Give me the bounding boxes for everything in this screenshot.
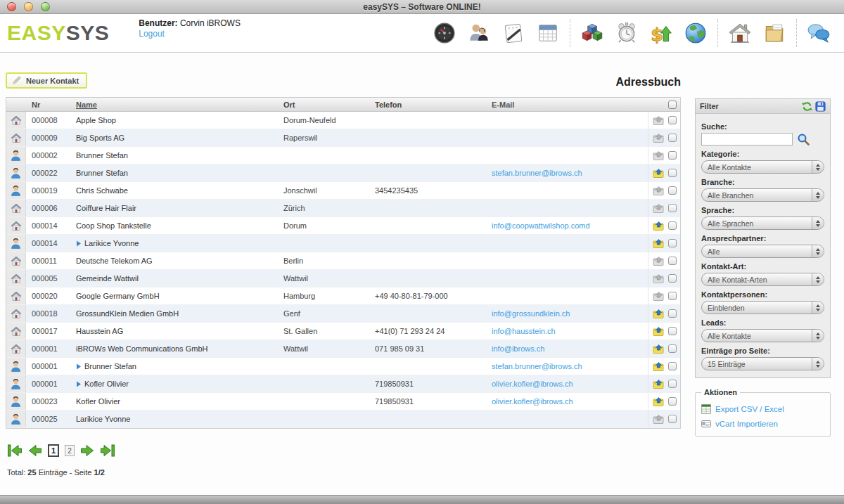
send-mail-icon[interactable] xyxy=(653,292,665,301)
send-mail-icon[interactable] xyxy=(653,221,665,231)
send-mail-icon[interactable] xyxy=(653,380,665,389)
contact-email-link[interactable]: info@coopwattwilshop.comd xyxy=(492,221,648,230)
search-input[interactable] xyxy=(701,133,793,146)
calendar-icon[interactable] xyxy=(535,20,561,46)
contact-email-link[interactable]: stefan.brunner@ibrows.ch xyxy=(492,362,648,370)
export-csv-excel-link[interactable]: Export CSV / Excel xyxy=(715,405,784,413)
row-checkbox[interactable] xyxy=(668,186,677,195)
row-checkbox[interactable] xyxy=(668,239,677,247)
filter-select[interactable]: Alle Kontakte xyxy=(701,160,824,174)
send-mail-icon[interactable] xyxy=(653,397,665,406)
filter-select[interactable]: 15 Einträge xyxy=(701,357,824,370)
contact-email-link[interactable]: info@ibrows.ch xyxy=(492,344,648,353)
page-button-2[interactable]: 2 xyxy=(65,445,75,456)
column-header-ort[interactable]: Ort xyxy=(283,101,375,109)
table-row[interactable]: 000014 Coop Shop Tankstelle Dorum info@c… xyxy=(6,217,680,235)
send-mail-icon[interactable] xyxy=(653,204,665,213)
row-checkbox[interactable] xyxy=(668,221,677,230)
row-checkbox[interactable] xyxy=(668,292,677,300)
row-checkbox[interactable] xyxy=(668,204,677,212)
column-header-name[interactable]: Name xyxy=(72,101,283,109)
row-checkbox[interactable] xyxy=(668,257,677,265)
row-checkbox[interactable] xyxy=(668,362,677,370)
refresh-icon[interactable] xyxy=(802,101,812,112)
send-mail-icon[interactable] xyxy=(653,151,665,160)
contact-email-link[interactable]: info@hausstein.ch xyxy=(492,327,648,335)
contacts-icon[interactable] xyxy=(466,20,492,46)
table-row[interactable]: 000002 Brunner Stefan xyxy=(6,147,680,164)
send-mail-icon[interactable] xyxy=(653,274,665,283)
search-icon[interactable] xyxy=(797,133,810,146)
table-row[interactable]: 000008 Apple Shop Dorum-Neufeld xyxy=(6,112,680,129)
logout-link[interactable]: Logout xyxy=(139,29,165,39)
first-page-button[interactable] xyxy=(7,444,23,457)
row-checkbox[interactable] xyxy=(668,344,677,353)
row-checkbox[interactable] xyxy=(668,134,677,142)
send-mail-icon[interactable] xyxy=(653,116,665,125)
row-checkbox[interactable] xyxy=(668,309,677,318)
table-row[interactable]: 000001 Brunner Stefan stefan.brunner@ibr… xyxy=(6,358,680,375)
table-row[interactable]: 000005 Gemeinde Wattwil Wattwil xyxy=(6,270,680,287)
table-row[interactable]: 000001 Kofler Olivier 719850931 olivier.… xyxy=(6,375,680,393)
table-row[interactable]: 000011 Deutsche Telekom AG Berlin xyxy=(6,252,680,270)
send-mail-icon[interactable] xyxy=(653,257,665,266)
table-row[interactable]: 000025 Larikice Yvonne xyxy=(6,411,680,428)
column-header-nr[interactable]: Nr xyxy=(26,101,72,109)
send-mail-icon[interactable] xyxy=(653,415,665,424)
send-mail-icon[interactable] xyxy=(653,327,665,336)
finance-dollar-icon[interactable]: $ xyxy=(648,20,674,46)
new-contact-button[interactable]: Neuer Kontakt xyxy=(6,72,87,89)
table-row[interactable]: 000006 Coiffure Hair Flair Zürich xyxy=(6,200,680,217)
table-row[interactable]: 000001 iBROWs Web Communications GmbH Wa… xyxy=(6,340,680,358)
alarm-clock-icon[interactable] xyxy=(614,20,639,46)
home-icon[interactable] xyxy=(727,20,753,46)
table-row[interactable]: 000022 Brunner Stefan stefan.brunner@ibr… xyxy=(6,164,680,182)
table-row[interactable]: 000020 Google Germany GmbH Hamburg +49 4… xyxy=(6,287,680,305)
table-row[interactable]: 000017 Hausstein AG St. Gallen +41(0) 71… xyxy=(6,323,680,340)
page-button-current[interactable]: 1 xyxy=(48,444,59,457)
last-page-button[interactable] xyxy=(100,444,115,457)
send-mail-icon[interactable] xyxy=(653,186,665,195)
row-checkbox[interactable] xyxy=(668,397,677,406)
send-mail-icon[interactable] xyxy=(653,362,665,371)
speedometer-icon[interactable] xyxy=(432,20,457,46)
row-checkbox[interactable] xyxy=(668,116,677,124)
row-checkbox[interactable] xyxy=(668,274,677,283)
globe-icon[interactable] xyxy=(683,20,708,46)
previous-page-button[interactable] xyxy=(28,444,42,457)
row-checkbox[interactable] xyxy=(668,151,677,160)
row-checkbox[interactable] xyxy=(668,415,677,423)
notes-icon[interactable] xyxy=(501,20,526,46)
filter-select[interactable]: Alle Kontakt-Arten xyxy=(701,273,824,286)
row-checkbox[interactable] xyxy=(668,380,677,388)
select-all-checkbox[interactable] xyxy=(668,101,677,109)
filter-select[interactable]: Alle xyxy=(701,245,824,258)
table-row[interactable]: 000014 Larikice Yvonne xyxy=(6,235,680,252)
contact-email-link[interactable]: olivier.kofler@ibrows.ch xyxy=(492,397,648,406)
send-mail-icon[interactable] xyxy=(653,239,665,248)
filter-select[interactable]: Alle Branchen xyxy=(701,188,824,202)
filter-select[interactable]: Alle Kontakte xyxy=(701,329,824,342)
filter-select[interactable]: Alle Sprachen xyxy=(701,217,824,230)
row-checkbox[interactable] xyxy=(668,327,677,335)
send-mail-icon[interactable] xyxy=(653,309,665,318)
filter-select[interactable]: Einblenden xyxy=(701,301,824,314)
table-row[interactable]: 000018 GrossundKlein Medien GmbH Genf in… xyxy=(6,305,680,323)
chat-icon[interactable] xyxy=(806,20,831,46)
vcard-import-link[interactable]: vCart Importieren xyxy=(715,420,778,428)
row-checkbox[interactable] xyxy=(668,169,677,177)
contact-email-link[interactable]: info@grossundklein.ch xyxy=(492,309,648,318)
contact-email-link[interactable]: stefan.brunner@ibrows.ch xyxy=(492,169,648,177)
table-row[interactable]: 000019 Chris Schwabe Jonschwil 345423543… xyxy=(6,182,680,200)
table-row[interactable]: 000023 Kofler Olivier 719850931 olivier.… xyxy=(6,393,680,411)
send-mail-icon[interactable] xyxy=(653,169,665,178)
next-page-button[interactable] xyxy=(80,444,94,457)
save-filter-icon[interactable] xyxy=(815,101,826,112)
contact-email-link[interactable]: olivier.kofler@ibrows.ch xyxy=(492,380,648,388)
send-mail-icon[interactable] xyxy=(653,344,665,354)
column-header-email[interactable]: E-Mail xyxy=(492,101,648,109)
documents-folder-icon[interactable] xyxy=(762,20,787,46)
modules-cubes-icon[interactable] xyxy=(580,20,605,46)
send-mail-icon[interactable] xyxy=(653,134,665,143)
column-header-telefon[interactable]: Telefon xyxy=(375,101,492,109)
